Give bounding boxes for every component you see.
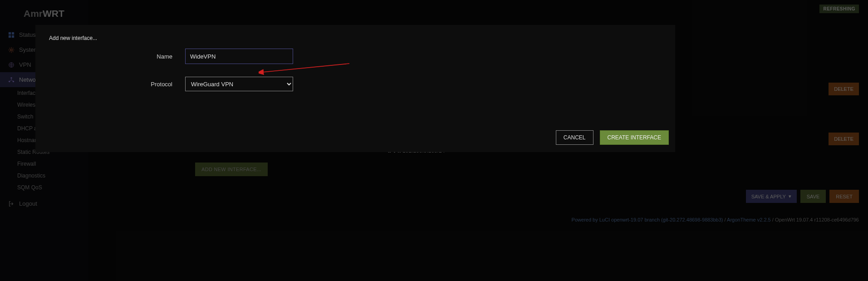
name-label: Name bbox=[149, 53, 185, 60]
name-input[interactable] bbox=[185, 49, 293, 64]
create-interface-button[interactable]: CREATE INTERFACE bbox=[600, 130, 669, 145]
protocol-label: Protocol bbox=[149, 81, 185, 88]
modal-body: Name Protocol WireGuard VPN bbox=[35, 49, 675, 122]
add-interface-modal: Add new interface... Name Protocol WireG… bbox=[35, 25, 675, 152]
cancel-button[interactable]: CANCEL bbox=[556, 130, 593, 145]
form-row-name: Name bbox=[149, 49, 662, 64]
form-row-protocol: Protocol WireGuard VPN bbox=[149, 77, 662, 91]
modal-title: Add new interface... bbox=[35, 25, 675, 49]
protocol-select[interactable]: WireGuard VPN bbox=[185, 77, 293, 91]
modal-actions: CANCEL CREATE INTERFACE bbox=[35, 122, 675, 152]
